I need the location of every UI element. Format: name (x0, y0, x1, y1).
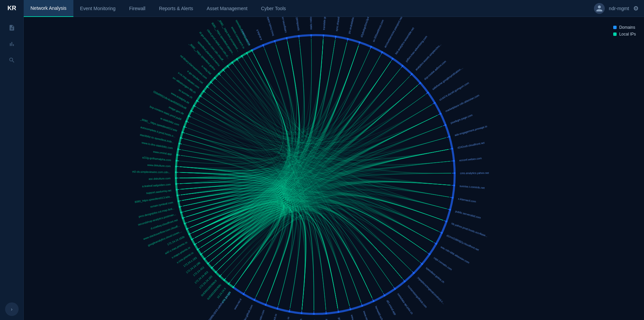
nav-item-asset-management[interactable]: Asset Management (200, 0, 254, 17)
content-area: Domains Local IPs (24, 17, 644, 320)
nav-items: Network Analysis Event Monitoring Firewa… (24, 0, 594, 17)
sidebar-search-icon[interactable] (5, 53, 19, 67)
nav-item-network-analysis[interactable]: Network Analysis (24, 0, 73, 17)
nav-item-event-monitoring[interactable]: Event Monitoring (73, 0, 122, 17)
sidebar: › (0, 17, 24, 320)
sidebar-document-icon[interactable] (5, 21, 19, 35)
logo-area: KR (0, 0, 24, 17)
nav-item-cyber-tools[interactable]: Cyber Tools (254, 0, 293, 17)
legend-domains-label: Domains (619, 25, 635, 30)
legend-localips: Local IPs (613, 32, 636, 37)
topbar: KR Network Analysis Event Monitoring Fir… (0, 0, 644, 17)
sidebar-bottom: › (5, 302, 19, 316)
legend: Domains Local IPs (613, 25, 636, 37)
topbar-right: ndr-mgmt ⚙ (594, 3, 644, 14)
legend-dot-localip (613, 32, 617, 36)
user-avatar-icon (594, 3, 605, 14)
legend-localips-label: Local IPs (619, 32, 636, 37)
legend-dot-domain (613, 26, 617, 29)
legend-domains: Domains (613, 25, 636, 30)
sidebar-chart-icon[interactable] (5, 37, 19, 51)
username: ndr-mgmt (609, 6, 629, 11)
settings-icon[interactable]: ⚙ (633, 5, 639, 12)
nav-item-reports-alerts[interactable]: Reports & Alerts (152, 0, 200, 17)
sidebar-expand-button[interactable]: › (5, 302, 19, 316)
network-canvas (24, 17, 644, 320)
logo: KR (7, 5, 16, 12)
nav-item-firewall[interactable]: Firewall (122, 0, 152, 17)
main-layout: › Domains Local IPs (0, 17, 644, 320)
